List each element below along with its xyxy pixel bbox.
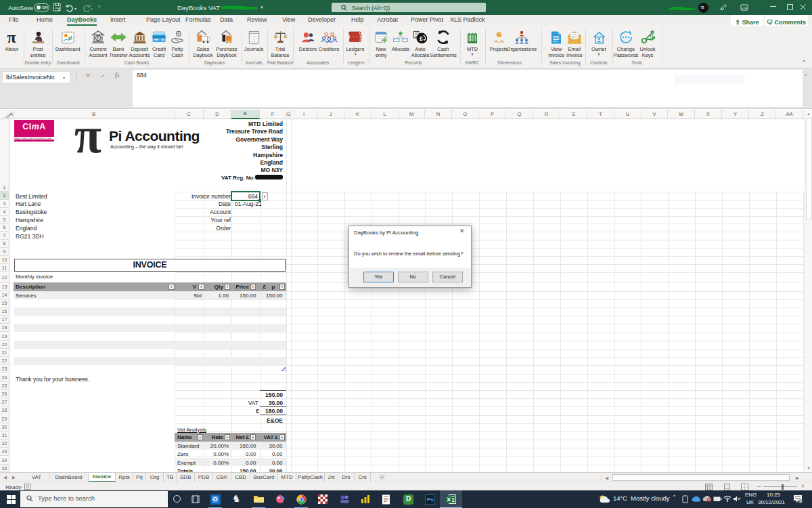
svg-text:£: £ bbox=[420, 34, 424, 41]
svg-text:£: £ bbox=[97, 35, 99, 40]
